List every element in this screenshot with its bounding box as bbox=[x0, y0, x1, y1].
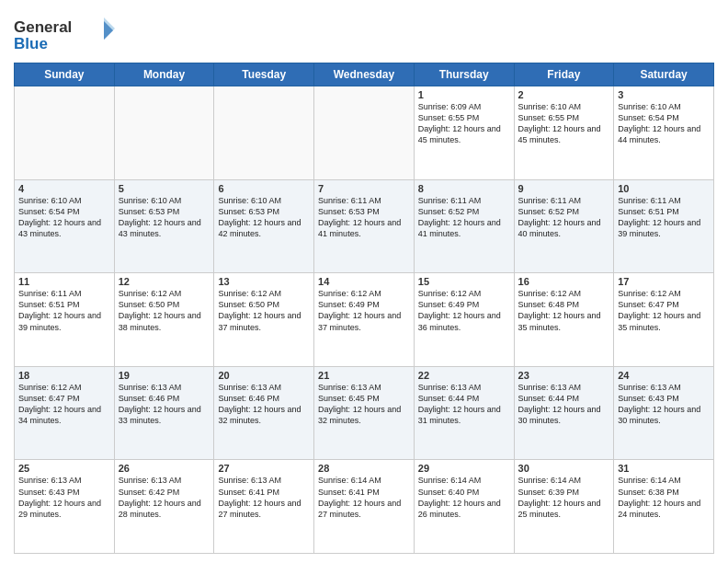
day-number: 14 bbox=[318, 276, 410, 287]
weekday-header-row: SundayMondayTuesdayWednesdayThursdayFrid… bbox=[15, 63, 714, 86]
day-number: 16 bbox=[518, 276, 610, 287]
calendar-cell bbox=[15, 86, 115, 180]
calendar-cell: 23Sunrise: 6:13 AM Sunset: 6:44 PM Dayli… bbox=[514, 366, 614, 460]
calendar-cell: 9Sunrise: 6:11 AM Sunset: 6:52 PM Daylig… bbox=[514, 179, 614, 273]
day-info: Sunrise: 6:11 AM Sunset: 6:52 PM Dayligh… bbox=[418, 195, 510, 240]
calendar-cell: 2Sunrise: 6:10 AM Sunset: 6:55 PM Daylig… bbox=[514, 86, 614, 180]
day-info: Sunrise: 6:11 AM Sunset: 6:51 PM Dayligh… bbox=[618, 195, 710, 240]
day-number: 24 bbox=[618, 370, 710, 381]
calendar-cell: 16Sunrise: 6:12 AM Sunset: 6:48 PM Dayli… bbox=[514, 273, 614, 367]
calendar-cell: 3Sunrise: 6:10 AM Sunset: 6:54 PM Daylig… bbox=[614, 86, 714, 180]
calendar-week-row: 4Sunrise: 6:10 AM Sunset: 6:54 PM Daylig… bbox=[15, 179, 714, 273]
day-number: 30 bbox=[518, 463, 610, 474]
weekday-header: Sunday bbox=[15, 63, 115, 86]
day-info: Sunrise: 6:13 AM Sunset: 6:44 PM Dayligh… bbox=[518, 382, 610, 427]
logo: General Blue bbox=[14, 14, 115, 55]
calendar-cell: 10Sunrise: 6:11 AM Sunset: 6:51 PM Dayli… bbox=[614, 179, 714, 273]
weekday-header: Wednesday bbox=[314, 63, 415, 86]
weekday-header: Thursday bbox=[414, 63, 514, 86]
calendar-cell: 18Sunrise: 6:12 AM Sunset: 6:47 PM Dayli… bbox=[15, 366, 115, 460]
calendar-week-row: 11Sunrise: 6:11 AM Sunset: 6:51 PM Dayli… bbox=[15, 273, 714, 367]
day-info: Sunrise: 6:10 AM Sunset: 6:54 PM Dayligh… bbox=[18, 195, 110, 240]
calendar-cell: 14Sunrise: 6:12 AM Sunset: 6:49 PM Dayli… bbox=[314, 273, 415, 367]
calendar-cell: 19Sunrise: 6:13 AM Sunset: 6:46 PM Dayli… bbox=[114, 366, 214, 460]
day-info: Sunrise: 6:14 AM Sunset: 6:39 PM Dayligh… bbox=[518, 475, 610, 520]
calendar-cell: 22Sunrise: 6:13 AM Sunset: 6:44 PM Dayli… bbox=[414, 366, 514, 460]
day-number: 4 bbox=[18, 183, 110, 194]
day-number: 27 bbox=[218, 463, 310, 474]
day-number: 7 bbox=[318, 183, 410, 194]
calendar-cell: 21Sunrise: 6:13 AM Sunset: 6:45 PM Dayli… bbox=[314, 366, 415, 460]
day-number: 11 bbox=[18, 276, 110, 287]
day-number: 21 bbox=[318, 370, 410, 381]
calendar-cell: 24Sunrise: 6:13 AM Sunset: 6:43 PM Dayli… bbox=[614, 366, 714, 460]
day-info: Sunrise: 6:12 AM Sunset: 6:47 PM Dayligh… bbox=[618, 288, 710, 333]
calendar-cell: 1Sunrise: 6:09 AM Sunset: 6:55 PM Daylig… bbox=[414, 86, 514, 180]
day-info: Sunrise: 6:10 AM Sunset: 6:53 PM Dayligh… bbox=[119, 195, 210, 240]
weekday-header: Monday bbox=[114, 63, 214, 86]
calendar-cell: 27Sunrise: 6:13 AM Sunset: 6:41 PM Dayli… bbox=[214, 460, 314, 554]
day-info: Sunrise: 6:14 AM Sunset: 6:41 PM Dayligh… bbox=[318, 475, 410, 520]
day-number: 8 bbox=[418, 183, 510, 194]
weekday-header: Friday bbox=[514, 63, 614, 86]
weekday-header: Saturday bbox=[614, 63, 714, 86]
calendar-cell: 25Sunrise: 6:13 AM Sunset: 6:43 PM Dayli… bbox=[15, 460, 115, 554]
day-number: 28 bbox=[318, 463, 410, 474]
day-number: 15 bbox=[418, 276, 510, 287]
logo-svg: General Blue bbox=[14, 14, 115, 55]
calendar-table: SundayMondayTuesdayWednesdayThursdayFrid… bbox=[14, 63, 714, 554]
day-number: 18 bbox=[18, 370, 110, 381]
calendar-cell bbox=[314, 86, 415, 180]
day-info: Sunrise: 6:09 AM Sunset: 6:55 PM Dayligh… bbox=[418, 101, 510, 146]
calendar-cell: 8Sunrise: 6:11 AM Sunset: 6:52 PM Daylig… bbox=[414, 179, 514, 273]
calendar-cell: 15Sunrise: 6:12 AM Sunset: 6:49 PM Dayli… bbox=[414, 273, 514, 367]
day-number: 22 bbox=[418, 370, 510, 381]
day-number: 29 bbox=[418, 463, 510, 474]
day-info: Sunrise: 6:10 AM Sunset: 6:54 PM Dayligh… bbox=[618, 101, 710, 146]
calendar-cell: 6Sunrise: 6:10 AM Sunset: 6:53 PM Daylig… bbox=[214, 179, 314, 273]
day-info: Sunrise: 6:12 AM Sunset: 6:48 PM Dayligh… bbox=[518, 288, 610, 333]
day-number: 5 bbox=[119, 183, 210, 194]
calendar-cell: 7Sunrise: 6:11 AM Sunset: 6:53 PM Daylig… bbox=[314, 179, 415, 273]
day-info: Sunrise: 6:11 AM Sunset: 6:53 PM Dayligh… bbox=[318, 195, 410, 240]
svg-text:General: General bbox=[14, 18, 72, 36]
day-number: 23 bbox=[518, 370, 610, 381]
calendar-cell bbox=[214, 86, 314, 180]
day-info: Sunrise: 6:12 AM Sunset: 6:49 PM Dayligh… bbox=[418, 288, 510, 333]
day-info: Sunrise: 6:13 AM Sunset: 6:46 PM Dayligh… bbox=[119, 382, 210, 427]
calendar-cell: 4Sunrise: 6:10 AM Sunset: 6:54 PM Daylig… bbox=[15, 179, 115, 273]
header: General Blue bbox=[14, 9, 714, 55]
day-info: Sunrise: 6:13 AM Sunset: 6:45 PM Dayligh… bbox=[318, 382, 410, 427]
day-number: 1 bbox=[418, 89, 510, 100]
svg-text:Blue: Blue bbox=[14, 35, 48, 52]
calendar-cell: 17Sunrise: 6:12 AM Sunset: 6:47 PM Dayli… bbox=[614, 273, 714, 367]
day-info: Sunrise: 6:12 AM Sunset: 6:49 PM Dayligh… bbox=[318, 288, 410, 333]
calendar-cell: 26Sunrise: 6:13 AM Sunset: 6:42 PM Dayli… bbox=[114, 460, 214, 554]
day-number: 19 bbox=[119, 370, 210, 381]
calendar-cell: 20Sunrise: 6:13 AM Sunset: 6:46 PM Dayli… bbox=[214, 366, 314, 460]
page: General Blue SundayMondayTuesdayWednesda… bbox=[0, 0, 728, 563]
day-number: 3 bbox=[618, 89, 710, 100]
day-number: 9 bbox=[518, 183, 610, 194]
day-info: Sunrise: 6:14 AM Sunset: 6:38 PM Dayligh… bbox=[618, 475, 710, 520]
day-number: 31 bbox=[618, 463, 710, 474]
day-info: Sunrise: 6:10 AM Sunset: 6:53 PM Dayligh… bbox=[218, 195, 310, 240]
calendar-week-row: 18Sunrise: 6:12 AM Sunset: 6:47 PM Dayli… bbox=[15, 366, 714, 460]
day-number: 17 bbox=[618, 276, 710, 287]
weekday-header: Tuesday bbox=[214, 63, 314, 86]
day-info: Sunrise: 6:11 AM Sunset: 6:51 PM Dayligh… bbox=[18, 288, 110, 333]
day-info: Sunrise: 6:11 AM Sunset: 6:52 PM Dayligh… bbox=[518, 195, 610, 240]
calendar-week-row: 1Sunrise: 6:09 AM Sunset: 6:55 PM Daylig… bbox=[15, 86, 714, 180]
day-number: 13 bbox=[218, 276, 310, 287]
day-info: Sunrise: 6:13 AM Sunset: 6:42 PM Dayligh… bbox=[119, 475, 210, 520]
day-number: 12 bbox=[119, 276, 210, 287]
day-info: Sunrise: 6:13 AM Sunset: 6:43 PM Dayligh… bbox=[618, 382, 710, 427]
calendar-cell: 28Sunrise: 6:14 AM Sunset: 6:41 PM Dayli… bbox=[314, 460, 415, 554]
day-number: 25 bbox=[18, 463, 110, 474]
calendar-cell: 12Sunrise: 6:12 AM Sunset: 6:50 PM Dayli… bbox=[114, 273, 214, 367]
day-info: Sunrise: 6:13 AM Sunset: 6:46 PM Dayligh… bbox=[218, 382, 310, 427]
svg-marker-3 bbox=[104, 17, 115, 40]
day-number: 20 bbox=[218, 370, 310, 381]
day-number: 6 bbox=[218, 183, 310, 194]
calendar-cell: 30Sunrise: 6:14 AM Sunset: 6:39 PM Dayli… bbox=[514, 460, 614, 554]
